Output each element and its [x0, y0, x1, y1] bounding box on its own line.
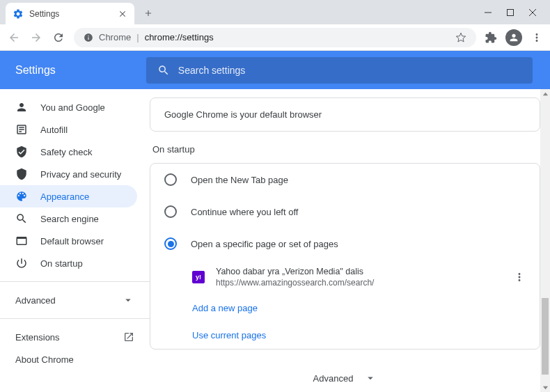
startup-page-entry: y! Yahoo dabar yra „Verizon Media" dalis… [150, 260, 540, 295]
on-startup-title: On startup [152, 144, 540, 155]
sidebar-link-label: About Chrome [15, 354, 74, 365]
sidebar-item-privacy[interactable]: Privacy and security [0, 163, 150, 185]
sidebar-item-label: On startup [40, 258, 83, 269]
plus-icon [143, 8, 153, 18]
omnibox-url: chrome://settings [145, 32, 214, 42]
sidebar: You and Google Autofill Safety check Pri… [0, 89, 150, 392]
search-icon [15, 212, 28, 225]
maximize-button[interactable] [505, 8, 515, 17]
sidebar-item-appearance[interactable]: Appearance [0, 185, 137, 207]
palette-icon [15, 190, 28, 203]
radio-label: Open a specific page or set of pages [191, 239, 338, 249]
person-icon [508, 32, 519, 43]
main-panel: Google Chrome is your default browser On… [150, 89, 550, 392]
scroll-up-icon[interactable] [540, 89, 550, 99]
radio-icon [164, 205, 177, 218]
header-title: Settings [15, 64, 56, 77]
radio-label: Continue where you left off [191, 207, 298, 217]
sidebar-item-label: Default browser [40, 236, 104, 246]
profile-avatar[interactable] [505, 29, 522, 46]
bookmark-star-icon[interactable] [455, 32, 466, 43]
divider [0, 318, 150, 319]
use-current-pages-link[interactable]: Use current pages [150, 322, 540, 349]
scrollbar-thumb[interactable] [542, 298, 549, 375]
sidebar-advanced-label: Advanced [15, 295, 56, 306]
new-tab-button[interactable] [139, 3, 158, 23]
radio-new-tab[interactable]: Open the New Tab page [150, 164, 540, 196]
sidebar-extensions-link[interactable]: Extensions [0, 326, 150, 348]
default-browser-card: Google Chrome is your default browser [150, 97, 540, 132]
extensions-icon[interactable] [485, 31, 497, 44]
safety-icon [15, 146, 28, 158]
sidebar-item-label: You and Google [40, 102, 105, 113]
radio-icon-checked [164, 237, 177, 250]
power-icon [15, 257, 28, 269]
tab-title: Settings [29, 9, 118, 19]
autofill-icon [15, 123, 28, 136]
sidebar-item-on-startup[interactable]: On startup [0, 252, 150, 274]
sidebar-item-label: Safety check [40, 147, 92, 157]
gear-icon [13, 8, 24, 19]
sidebar-item-safety-check[interactable]: Safety check [0, 141, 150, 163]
svg-rect-1 [508, 9, 514, 15]
radio-icon [164, 173, 177, 186]
advanced-footer-label: Advanced [313, 373, 354, 384]
window-controls [483, 8, 550, 17]
divider [0, 281, 150, 282]
reload-button[interactable] [52, 31, 65, 45]
omnibox-app: Chrome [99, 32, 131, 42]
sidebar-link-label: Extensions [15, 332, 60, 343]
omnibox-separator: | [136, 32, 139, 42]
close-icon[interactable] [118, 9, 127, 19]
search-settings-box[interactable] [146, 57, 533, 84]
back-button[interactable] [7, 31, 21, 45]
scroll-down-icon[interactable] [540, 382, 550, 392]
forward-button[interactable] [29, 31, 43, 45]
sidebar-advanced-toggle[interactable]: Advanced [0, 289, 150, 311]
favicon-yahoo: y! [192, 271, 205, 283]
sidebar-item-label: Appearance [40, 191, 89, 202]
minimize-button[interactable] [483, 8, 493, 17]
browser-tab[interactable]: Settings [6, 3, 134, 24]
search-icon [157, 64, 170, 77]
sidebar-about-link[interactable]: About Chrome [0, 348, 150, 370]
browser-icon [15, 235, 28, 247]
page-entry-text: Yahoo dabar yra „Verizon Media" dalis ht… [216, 267, 502, 288]
sidebar-item-label: Privacy and security [40, 169, 121, 180]
shield-icon [15, 168, 28, 180]
info-icon [84, 33, 93, 42]
radio-continue[interactable]: Continue where you left off [150, 196, 540, 228]
chevron-down-icon [122, 294, 134, 306]
external-link-icon [123, 331, 134, 343]
close-window-button[interactable] [528, 8, 537, 17]
toolbar: Chrome | chrome://settings [0, 24, 550, 51]
add-new-page-link[interactable]: Add a new page [150, 295, 540, 322]
titlebar: Settings [0, 0, 550, 24]
radio-specific-pages[interactable]: Open a specific page or set of pages [150, 228, 540, 260]
radio-label: Open the New Tab page [191, 175, 288, 185]
sidebar-item-default-browser[interactable]: Default browser [0, 230, 150, 252]
sidebar-item-label: Search engine [40, 214, 99, 224]
settings-header: Settings [0, 51, 550, 89]
search-settings-input[interactable] [178, 65, 521, 76]
more-options-icon[interactable] [513, 271, 526, 283]
page-entry-title: Yahoo dabar yra „Verizon Media" dalis [216, 267, 502, 276]
default-browser-message: Google Chrome is your default browser [164, 109, 322, 120]
chevron-down-icon [364, 372, 377, 384]
sidebar-item-search-engine[interactable]: Search engine [0, 207, 150, 230]
address-bar[interactable]: Chrome | chrome://settings [74, 28, 476, 47]
on-startup-card: Open the New Tab page Continue where you… [150, 163, 540, 350]
scrollbar[interactable] [540, 89, 550, 392]
content: You and Google Autofill Safety check Pri… [0, 89, 550, 392]
menu-icon[interactable] [531, 31, 543, 44]
sidebar-item-you-and-google[interactable]: You and Google [0, 96, 150, 118]
advanced-footer-toggle[interactable]: Advanced [150, 362, 540, 392]
sidebar-item-autofill[interactable]: Autofill [0, 118, 150, 141]
page-entry-url: https://www.amazingossearch.com/search/ [216, 278, 502, 288]
person-icon [15, 101, 28, 113]
sidebar-item-label: Autofill [40, 125, 68, 135]
